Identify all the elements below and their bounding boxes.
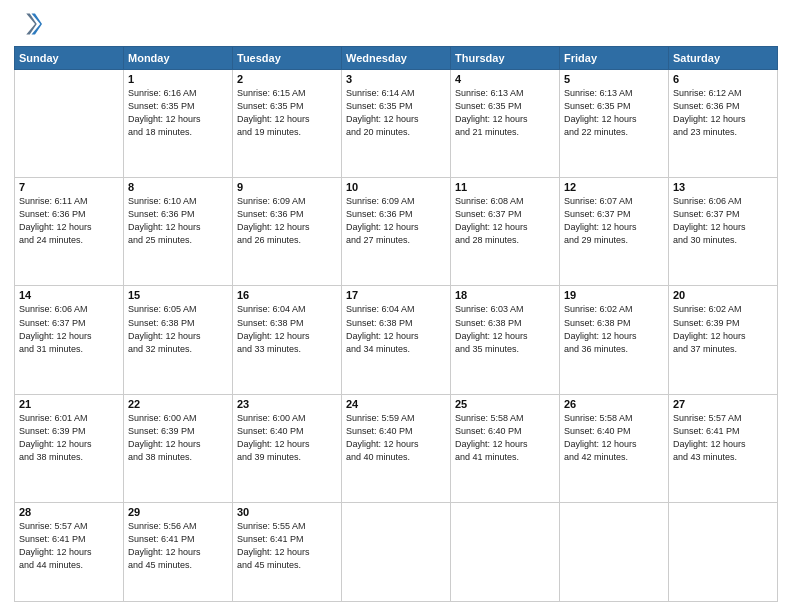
calendar-week-row: 1Sunrise: 6:16 AM Sunset: 6:35 PM Daylig… [15, 70, 778, 178]
calendar-cell: 15Sunrise: 6:05 AM Sunset: 6:38 PM Dayli… [124, 286, 233, 394]
calendar-cell: 2Sunrise: 6:15 AM Sunset: 6:35 PM Daylig… [233, 70, 342, 178]
day-number: 23 [237, 398, 337, 410]
calendar-cell: 6Sunrise: 6:12 AM Sunset: 6:36 PM Daylig… [669, 70, 778, 178]
calendar-cell: 10Sunrise: 6:09 AM Sunset: 6:36 PM Dayli… [342, 178, 451, 286]
calendar-cell: 9Sunrise: 6:09 AM Sunset: 6:36 PM Daylig… [233, 178, 342, 286]
weekday-header: Wednesday [342, 47, 451, 70]
day-info: Sunrise: 5:57 AM Sunset: 6:41 PM Dayligh… [19, 520, 119, 572]
calendar-week-row: 14Sunrise: 6:06 AM Sunset: 6:37 PM Dayli… [15, 286, 778, 394]
day-info: Sunrise: 5:56 AM Sunset: 6:41 PM Dayligh… [128, 520, 228, 572]
day-info: Sunrise: 6:09 AM Sunset: 6:36 PM Dayligh… [237, 195, 337, 247]
calendar-cell: 28Sunrise: 5:57 AM Sunset: 6:41 PM Dayli… [15, 502, 124, 601]
day-info: Sunrise: 5:58 AM Sunset: 6:40 PM Dayligh… [564, 412, 664, 464]
day-number: 22 [128, 398, 228, 410]
day-number: 29 [128, 506, 228, 518]
day-info: Sunrise: 6:13 AM Sunset: 6:35 PM Dayligh… [455, 87, 555, 139]
day-number: 28 [19, 506, 119, 518]
calendar-table: SundayMondayTuesdayWednesdayThursdayFrid… [14, 46, 778, 602]
weekday-header: Friday [560, 47, 669, 70]
calendar-cell: 14Sunrise: 6:06 AM Sunset: 6:37 PM Dayli… [15, 286, 124, 394]
day-number: 21 [19, 398, 119, 410]
day-number: 9 [237, 181, 337, 193]
calendar-cell: 17Sunrise: 6:04 AM Sunset: 6:38 PM Dayli… [342, 286, 451, 394]
logo-icon [14, 10, 42, 38]
day-number: 18 [455, 289, 555, 301]
calendar-week-row: 7Sunrise: 6:11 AM Sunset: 6:36 PM Daylig… [15, 178, 778, 286]
day-number: 16 [237, 289, 337, 301]
logo [14, 10, 46, 38]
day-number: 3 [346, 73, 446, 85]
day-info: Sunrise: 6:02 AM Sunset: 6:39 PM Dayligh… [673, 303, 773, 355]
day-number: 15 [128, 289, 228, 301]
calendar-cell [15, 70, 124, 178]
day-number: 20 [673, 289, 773, 301]
calendar-cell: 8Sunrise: 6:10 AM Sunset: 6:36 PM Daylig… [124, 178, 233, 286]
calendar-cell: 4Sunrise: 6:13 AM Sunset: 6:35 PM Daylig… [451, 70, 560, 178]
calendar-cell [669, 502, 778, 601]
day-number: 24 [346, 398, 446, 410]
day-info: Sunrise: 6:05 AM Sunset: 6:38 PM Dayligh… [128, 303, 228, 355]
day-info: Sunrise: 6:02 AM Sunset: 6:38 PM Dayligh… [564, 303, 664, 355]
day-number: 7 [19, 181, 119, 193]
day-number: 19 [564, 289, 664, 301]
day-number: 1 [128, 73, 228, 85]
calendar-week-row: 21Sunrise: 6:01 AM Sunset: 6:39 PM Dayli… [15, 394, 778, 502]
calendar-cell: 19Sunrise: 6:02 AM Sunset: 6:38 PM Dayli… [560, 286, 669, 394]
weekday-header: Monday [124, 47, 233, 70]
day-number: 13 [673, 181, 773, 193]
day-info: Sunrise: 6:03 AM Sunset: 6:38 PM Dayligh… [455, 303, 555, 355]
day-number: 11 [455, 181, 555, 193]
day-info: Sunrise: 6:13 AM Sunset: 6:35 PM Dayligh… [564, 87, 664, 139]
calendar-cell: 26Sunrise: 5:58 AM Sunset: 6:40 PM Dayli… [560, 394, 669, 502]
day-number: 5 [564, 73, 664, 85]
day-info: Sunrise: 6:00 AM Sunset: 6:40 PM Dayligh… [237, 412, 337, 464]
day-info: Sunrise: 6:04 AM Sunset: 6:38 PM Dayligh… [346, 303, 446, 355]
day-info: Sunrise: 6:10 AM Sunset: 6:36 PM Dayligh… [128, 195, 228, 247]
calendar-cell: 30Sunrise: 5:55 AM Sunset: 6:41 PM Dayli… [233, 502, 342, 601]
day-info: Sunrise: 5:59 AM Sunset: 6:40 PM Dayligh… [346, 412, 446, 464]
calendar-cell: 16Sunrise: 6:04 AM Sunset: 6:38 PM Dayli… [233, 286, 342, 394]
day-info: Sunrise: 5:58 AM Sunset: 6:40 PM Dayligh… [455, 412, 555, 464]
calendar-cell: 21Sunrise: 6:01 AM Sunset: 6:39 PM Dayli… [15, 394, 124, 502]
weekday-header: Saturday [669, 47, 778, 70]
day-number: 17 [346, 289, 446, 301]
calendar-week-row: 28Sunrise: 5:57 AM Sunset: 6:41 PM Dayli… [15, 502, 778, 601]
calendar-cell: 11Sunrise: 6:08 AM Sunset: 6:37 PM Dayli… [451, 178, 560, 286]
calendar-cell: 18Sunrise: 6:03 AM Sunset: 6:38 PM Dayli… [451, 286, 560, 394]
weekday-header: Thursday [451, 47, 560, 70]
calendar-cell [560, 502, 669, 601]
day-number: 30 [237, 506, 337, 518]
calendar-cell: 12Sunrise: 6:07 AM Sunset: 6:37 PM Dayli… [560, 178, 669, 286]
calendar-cell [451, 502, 560, 601]
calendar-cell: 22Sunrise: 6:00 AM Sunset: 6:39 PM Dayli… [124, 394, 233, 502]
day-info: Sunrise: 6:06 AM Sunset: 6:37 PM Dayligh… [19, 303, 119, 355]
calendar-cell: 29Sunrise: 5:56 AM Sunset: 6:41 PM Dayli… [124, 502, 233, 601]
weekday-header: Tuesday [233, 47, 342, 70]
day-number: 4 [455, 73, 555, 85]
day-number: 25 [455, 398, 555, 410]
calendar-cell: 24Sunrise: 5:59 AM Sunset: 6:40 PM Dayli… [342, 394, 451, 502]
calendar-cell: 3Sunrise: 6:14 AM Sunset: 6:35 PM Daylig… [342, 70, 451, 178]
calendar-cell: 1Sunrise: 6:16 AM Sunset: 6:35 PM Daylig… [124, 70, 233, 178]
day-number: 12 [564, 181, 664, 193]
day-info: Sunrise: 6:11 AM Sunset: 6:36 PM Dayligh… [19, 195, 119, 247]
day-number: 6 [673, 73, 773, 85]
calendar-cell: 5Sunrise: 6:13 AM Sunset: 6:35 PM Daylig… [560, 70, 669, 178]
day-info: Sunrise: 6:07 AM Sunset: 6:37 PM Dayligh… [564, 195, 664, 247]
calendar-cell: 13Sunrise: 6:06 AM Sunset: 6:37 PM Dayli… [669, 178, 778, 286]
calendar-cell: 23Sunrise: 6:00 AM Sunset: 6:40 PM Dayli… [233, 394, 342, 502]
day-info: Sunrise: 6:04 AM Sunset: 6:38 PM Dayligh… [237, 303, 337, 355]
calendar-cell [342, 502, 451, 601]
day-number: 10 [346, 181, 446, 193]
day-info: Sunrise: 6:12 AM Sunset: 6:36 PM Dayligh… [673, 87, 773, 139]
calendar-cell: 20Sunrise: 6:02 AM Sunset: 6:39 PM Dayli… [669, 286, 778, 394]
calendar-cell: 7Sunrise: 6:11 AM Sunset: 6:36 PM Daylig… [15, 178, 124, 286]
day-info: Sunrise: 6:00 AM Sunset: 6:39 PM Dayligh… [128, 412, 228, 464]
day-info: Sunrise: 5:57 AM Sunset: 6:41 PM Dayligh… [673, 412, 773, 464]
calendar-cell: 27Sunrise: 5:57 AM Sunset: 6:41 PM Dayli… [669, 394, 778, 502]
day-info: Sunrise: 6:06 AM Sunset: 6:37 PM Dayligh… [673, 195, 773, 247]
header [14, 10, 778, 38]
day-info: Sunrise: 6:14 AM Sunset: 6:35 PM Dayligh… [346, 87, 446, 139]
weekday-header: Sunday [15, 47, 124, 70]
page: SundayMondayTuesdayWednesdayThursdayFrid… [0, 0, 792, 612]
